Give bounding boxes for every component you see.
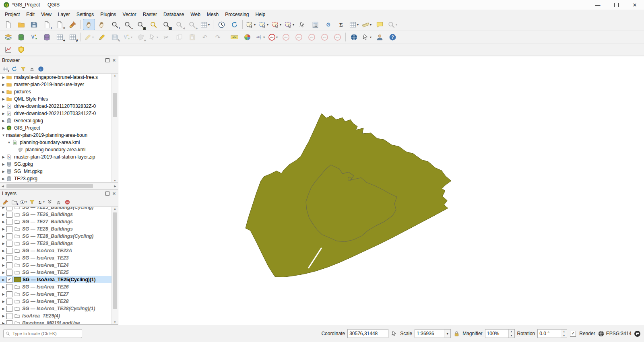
render-checkbox-group[interactable]: ✓ Render [570, 331, 595, 337]
tree-expander-icon[interactable]: ▶ [1, 76, 6, 79]
tree-expander-icon[interactable]: ▶ [1, 307, 6, 311]
menu-item-help[interactable]: Help [252, 11, 269, 18]
menu-item-vector[interactable]: Vector [120, 11, 140, 18]
locate-input[interactable] [12, 331, 80, 336]
tree-expander-icon[interactable]: ▶ [1, 249, 6, 253]
project-save-button[interactable] [28, 19, 40, 30]
browser-tree-item[interactable]: ▼planning-boundary-area.kml [0, 139, 111, 146]
crs-status[interactable]: EPSG:3414 [598, 330, 632, 337]
pan-map-button[interactable] [83, 19, 95, 30]
browser-tree-item[interactable]: ▶TE23.gpkg [0, 175, 111, 182]
tree-expander-icon[interactable]: ▶ [1, 321, 6, 324]
browser-tree-item[interactable]: ▶QML Style Files [0, 95, 111, 103]
tree-expander-icon[interactable]: ▶ [1, 97, 6, 101]
layer-labeling-options-button[interactable] [228, 31, 240, 43]
tree-expander-icon[interactable]: ▼ [6, 141, 12, 144]
browser-tree-item[interactable]: ▶drive-download-20221120T033412Z-0 [0, 110, 111, 117]
label-toolbar-button[interactable]: ▾ [254, 31, 266, 43]
menu-item-view[interactable]: View [38, 11, 55, 18]
zoom-to-selection-button[interactable] [147, 19, 159, 30]
layers-float-button[interactable] [105, 192, 109, 196]
tree-expander-icon[interactable]: ▶ [1, 285, 6, 289]
show-layout-manager-button[interactable]: ≡ [54, 19, 66, 30]
open-attribute-table-button[interactable]: ▾ [348, 19, 360, 30]
layer-tree-item[interactable]: ▶SG — IsoArea_TE23 [0, 254, 111, 262]
user-profile-button[interactable] [374, 31, 386, 43]
layers-vertical-scrollbar[interactable]: ▲ ▼ [111, 207, 118, 324]
project-new-button[interactable] [2, 19, 14, 30]
manage-map-themes-button[interactable]: ▾ [19, 198, 27, 206]
add-selected-layers-button[interactable]: + [1, 65, 10, 73]
layer-tree-item[interactable]: ▶SG — TE28_Buildings [0, 225, 111, 233]
scrollbar-thumb[interactable] [6, 184, 93, 188]
tree-expander-icon[interactable]: ▶ [1, 256, 6, 260]
layer-tree-item[interactable]: ▶IsoArea_TE29(4) [0, 312, 111, 319]
layer-checkbox[interactable] [6, 262, 12, 268]
toggle-editing-button[interactable] [96, 31, 108, 43]
layer-tree-item[interactable]: ▶SG — TE26_Buildings [0, 211, 111, 218]
identify-features-button[interactable] [296, 19, 308, 30]
tree-expander-icon[interactable]: ▶ [1, 163, 6, 166]
scroll-right-icon[interactable]: ▶ [112, 183, 118, 189]
menu-item-edit[interactable]: Edit [23, 11, 38, 18]
tree-expander-icon[interactable]: ▶ [1, 278, 6, 282]
close-button[interactable]: ✕ [625, 0, 644, 10]
tree-expander-icon[interactable]: ▶ [1, 300, 6, 303]
measure-button[interactable]: ▾ [361, 19, 373, 30]
help-contents-button[interactable] [386, 31, 398, 43]
change-label-button[interactable]: ▾ [267, 31, 279, 43]
collapse-all-button[interactable] [28, 65, 36, 73]
filter-legend-button[interactable] [28, 198, 36, 206]
spin-down-icon[interactable]: ▼ [509, 334, 514, 338]
tree-expander-icon[interactable]: ▶ [1, 83, 6, 87]
menu-item-settings[interactable]: Settings [73, 11, 97, 18]
open-layer-styling-panel-button[interactable] [1, 198, 10, 206]
browser-float-button[interactable] [105, 58, 109, 62]
layer-tree-item[interactable]: ▶SG — IsoArea_TE27 [0, 290, 111, 298]
scroll-down-icon[interactable]: ▼ [112, 179, 118, 182]
zoom-to-layer-button[interactable]: ▤ [160, 19, 172, 30]
layer-checkbox[interactable] [6, 255, 12, 261]
layer-checkbox[interactable] [6, 270, 12, 276]
browser-tree-item[interactable]: ▶master-plan-2019-rail-station-layer.zip [0, 153, 111, 161]
restore-button[interactable] [607, 0, 625, 10]
layer-checkbox[interactable] [6, 284, 12, 290]
processing-toolbox-button[interactable] [322, 19, 334, 30]
scroll-up-icon[interactable]: ▲ [112, 207, 118, 210]
run-feature-action-button[interactable]: ▾ [361, 31, 373, 43]
metasearch-button[interactable] [348, 31, 360, 43]
add-group-button[interactable]: + [10, 198, 19, 206]
spin-down-icon[interactable]: ▼ [561, 334, 567, 338]
new-virtual-layer-button[interactable]: V [66, 31, 78, 43]
layer-checkbox[interactable] [6, 219, 12, 225]
browser-tree-item[interactable]: planning-boundary-area.kml [0, 146, 111, 153]
layer-checkbox[interactable] [6, 207, 12, 210]
tree-expander-icon[interactable]: ▶ [1, 293, 6, 296]
layer-tree-item[interactable]: ▶✓SG — IsoArea_TE25(Cycling)(1) [0, 276, 111, 283]
layers-close-button[interactable]: ✕ [112, 192, 116, 196]
remove-layer-button[interactable] [63, 198, 72, 206]
scroll-left-icon[interactable]: ◀ [0, 183, 6, 189]
tree-expander-icon[interactable]: ▶ [1, 112, 6, 115]
tree-expander-icon[interactable]: ▶ [1, 271, 6, 274]
layer-tree-item[interactable]: ▶SG — IsoArea_TE25 [0, 269, 111, 276]
tree-expander-icon[interactable]: ▶ [1, 90, 6, 94]
tree-expander-icon[interactable]: ▶ [1, 213, 6, 216]
browser-tree-item[interactable]: ▶SG.gpkg [0, 161, 111, 168]
spin-up-icon[interactable]: ▲ [509, 330, 514, 334]
layer-checkbox[interactable] [6, 313, 12, 319]
layer-tree-item[interactable]: ▶SG — IsoArea_TE28(Cycling)(1) [0, 305, 111, 312]
menu-item-database[interactable]: Database [160, 11, 187, 18]
pan-map-to-selection-button[interactable] [96, 19, 108, 30]
rotation-spinbox[interactable]: 0.0 ° ▲▼ [537, 329, 567, 338]
layer-checkbox[interactable] [6, 299, 12, 305]
coordinate-tracking-icon[interactable] [391, 330, 398, 337]
menu-item-web[interactable]: Web [187, 11, 203, 18]
new-shapefile-layer-button[interactable] [28, 31, 40, 43]
tree-expander-icon[interactable]: ▶ [1, 220, 6, 224]
tree-expander-icon[interactable]: ▶ [1, 264, 6, 267]
layer-tree-item[interactable]: ▶SG — IsoArea_TE28 [0, 298, 111, 305]
layer-checkbox[interactable] [6, 212, 12, 218]
refresh-browser-button[interactable] [10, 65, 19, 73]
layer-tree-item[interactable]: ▶SG — TE25_Buildings(Cycling) [0, 207, 111, 211]
